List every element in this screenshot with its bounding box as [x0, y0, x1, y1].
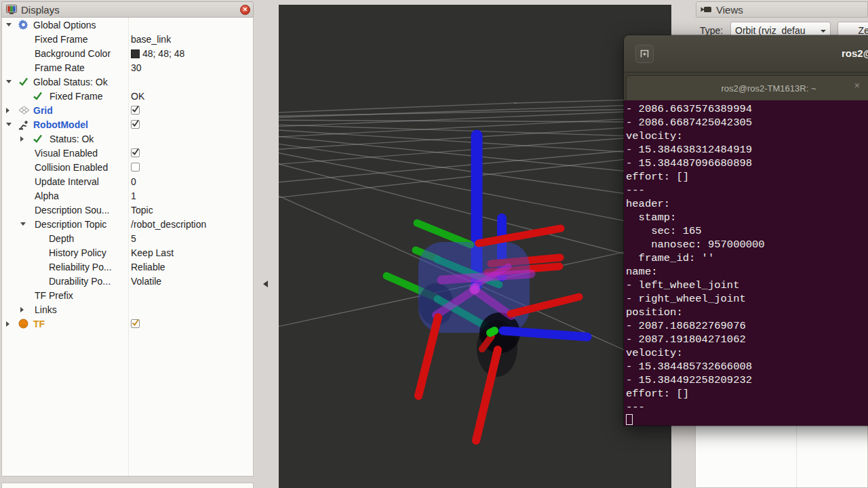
tree-row[interactable]: TF Prefix	[2, 289, 253, 303]
displays-panel: Displays ✕ Global OptionsFixed Framebase…	[0, 0, 255, 488]
views-camera-icon	[701, 5, 712, 14]
tree-row[interactable]: Depth5	[2, 232, 253, 246]
terminal-tabbar: ros2@ros2-TM1613R: ~ ×	[624, 72, 868, 100]
tree-row[interactable]: Status: Ok	[2, 132, 253, 146]
property-value[interactable]: Keep Last	[131, 247, 174, 258]
tree-row[interactable]: History PolicyKeep Last	[2, 246, 253, 260]
property-label: Links	[35, 304, 57, 315]
property-label: Collision Enabled	[35, 162, 108, 173]
tree-row[interactable]: Visual Enabled	[2, 146, 253, 161]
tree-row[interactable]: Background Color48; 48; 48	[2, 47, 253, 61]
left-dock-splitter[interactable]	[255, 0, 279, 488]
expander-down-icon[interactable]	[6, 80, 12, 83]
property-value[interactable]	[131, 148, 140, 157]
new-tab-button[interactable]	[635, 45, 654, 63]
terminal-tab[interactable]: ros2@ros2-TM1613R: ~	[626, 75, 868, 100]
tf-axis-z-icon	[503, 331, 587, 337]
tree-row[interactable]: Fixed Framebase_link	[2, 33, 253, 47]
tab-close-icon[interactable]: ×	[854, 80, 860, 91]
checkbox[interactable]	[131, 163, 140, 171]
tree-row[interactable]: Alpha1	[2, 189, 253, 203]
displays-panel-title: Displays	[21, 4, 60, 16]
expander-right-icon[interactable]	[6, 108, 9, 113]
tree-row[interactable]: Update Interval0	[2, 175, 253, 189]
check-icon	[33, 134, 44, 145]
tf-axis-y-icon	[417, 223, 471, 245]
tree-row[interactable]: Fixed FrameOK	[2, 89, 253, 104]
tree-row[interactable]: Reliability Po...Reliable	[2, 260, 253, 274]
tree-row[interactable]: Description Topic/robot_description	[2, 218, 253, 232]
checkbox[interactable]	[131, 319, 140, 328]
tree-row[interactable]: Global Status: Ok	[2, 75, 253, 89]
tf-axis-x-icon	[479, 228, 561, 243]
property-label: Durability Po...	[49, 276, 111, 287]
property-value[interactable]: Reliable	[131, 262, 165, 272]
expander-down-icon[interactable]	[6, 23, 12, 26]
property-value[interactable]: OK	[131, 91, 144, 102]
tree-row[interactable]: TF	[2, 317, 253, 331]
check-icon	[33, 91, 44, 102]
checkbox[interactable]	[131, 148, 140, 157]
property-label: History Policy	[49, 247, 106, 258]
terminal-output[interactable]: - 2086.6637576389994 - 2086.668742504230…	[624, 100, 868, 426]
render-viewport[interactable]	[279, 5, 671, 488]
terminal-text: - 2086.6637576389994 - 2086.668742504230…	[626, 102, 868, 426]
property-value[interactable]	[131, 319, 140, 328]
displays-icon	[6, 5, 17, 14]
property-label: Fixed Frame	[35, 34, 88, 45]
property-label: TF Prefix	[35, 290, 73, 301]
grid-line	[279, 120, 671, 122]
property-value[interactable]	[131, 105, 140, 115]
property-value[interactable]: base_link	[131, 34, 171, 45]
property-value[interactable]: 1	[131, 190, 136, 201]
property-label: Global Status: Ok	[33, 77, 108, 87]
expander-right-icon[interactable]	[6, 321, 9, 327]
property-label: Description Sou...	[35, 205, 110, 216]
tree-row[interactable]: RobotModel	[2, 118, 253, 132]
tree-row[interactable]: Collision Enabled	[2, 161, 253, 175]
terminal-window: ros2@ros2-TM1613R: ~ ros2@ros2-TM1613R: …	[624, 35, 868, 426]
property-value[interactable]: 48; 48; 48	[131, 48, 184, 59]
displays-panel-header[interactable]: Displays ✕	[1, 1, 254, 18]
property-label: TF	[33, 319, 45, 329]
property-value[interactable]: 0	[131, 176, 136, 187]
tree-row[interactable]: Durability Po...Volatile	[2, 274, 253, 289]
terminal-titlebar[interactable]: ros2@ros2-TM1613R: ~	[624, 35, 868, 72]
tree-row[interactable]: Description Sou...Topic	[2, 203, 253, 218]
close-icon[interactable]: ✕	[240, 5, 250, 15]
tree-row[interactable]: Grid	[2, 104, 253, 118]
grid-icon	[18, 105, 30, 117]
tree-row[interactable]: Frame Rate30	[2, 61, 253, 75]
property-label: Frame Rate	[35, 62, 85, 73]
property-value[interactable]: Topic	[131, 205, 153, 216]
property-value[interactable]: 5	[131, 233, 136, 244]
property-value[interactable]	[131, 162, 140, 171]
views-panel-header[interactable]: Views	[696, 1, 868, 18]
property-label: Grid	[33, 105, 53, 116]
tf-icon	[18, 319, 30, 330]
displays-toolbar-edge	[1, 483, 254, 488]
checkbox[interactable]	[131, 106, 140, 115]
expander-right-icon[interactable]	[20, 136, 24, 142]
tf-axis-x-icon	[418, 317, 438, 396]
property-value[interactable]: /robot_description	[131, 219, 206, 230]
property-label: Fixed Frame	[50, 91, 103, 102]
tree-row[interactable]: Global Options	[2, 18, 253, 33]
property-value[interactable]	[131, 119, 140, 129]
property-label: RobotModel	[33, 119, 88, 130]
property-label: Description Topic	[35, 219, 106, 230]
robot-icon	[18, 119, 30, 131]
views-type-label: Type:	[700, 25, 723, 36]
new-tab-icon	[640, 49, 649, 58]
tree-row[interactable]: Links	[2, 303, 253, 317]
collapse-left-dock-icon[interactable]	[263, 281, 268, 287]
expander-down-icon[interactable]	[6, 123, 12, 126]
views-panel-title: Views	[716, 4, 743, 16]
tf-axis-y-icon	[490, 331, 494, 333]
property-value[interactable]: 30	[131, 62, 142, 73]
expander-right-icon[interactable]	[20, 307, 24, 312]
rviz-window: Displays ✕ Global OptionsFixed Framebase…	[0, 0, 868, 488]
property-value[interactable]: Volatile	[131, 276, 161, 287]
checkbox[interactable]	[131, 120, 140, 129]
expander-down-icon[interactable]	[20, 222, 26, 226]
